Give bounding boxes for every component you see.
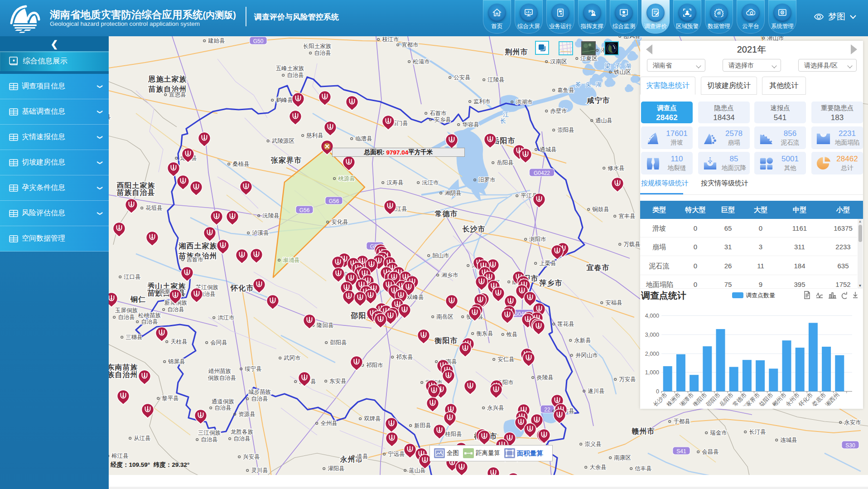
svg-text:G56: G56 (299, 207, 310, 213)
svg-text:G50: G50 (253, 38, 264, 44)
svg-text:武陵源区: 武陵源区 (271, 138, 295, 144)
svg-text:自治县: 自治县 (251, 396, 268, 402)
svg-text:安化县: 安化县 (331, 219, 348, 225)
svg-text:桑植县: 桑植县 (232, 161, 250, 167)
svg-text:建始县: 建始县 (207, 38, 225, 44)
svg-text:永安市: 永安市 (844, 419, 861, 426)
svg-text:三江侗族: 三江侗族 (198, 430, 221, 436)
svg-text:莲花县: 莲花县 (557, 321, 574, 327)
svg-text:永新县: 永新县 (574, 337, 591, 344)
svg-text:嘉鱼县: 嘉鱼县 (557, 87, 574, 93)
svg-text:4,000: 4,000 (645, 313, 659, 319)
svg-text:慈利县: 慈利县 (306, 132, 323, 139)
svg-text:武冈市: 武冈市 (283, 355, 301, 361)
svg-text:祁阳市: 祁阳市 (366, 362, 383, 368)
svg-text:绥宁县: 绥宁县 (245, 366, 262, 372)
svg-text:韶山市: 韶山市 (432, 252, 449, 259)
svg-text:炎陵县: 炎陵县 (536, 374, 554, 381)
svg-text:安仁县: 安仁县 (497, 356, 515, 363)
svg-text:沅江市: 沅江市 (422, 179, 439, 186)
svg-text:铜鼓县: 铜鼓县 (592, 206, 609, 213)
svg-text:兴安县: 兴安县 (243, 454, 260, 460)
svg-text:苗族自治县: 苗族自治县 (116, 189, 155, 196)
svg-text:公安县: 公安县 (453, 74, 471, 81)
svg-text:会昌县: 会昌县 (702, 449, 719, 455)
svg-text:汉寿县: 汉寿县 (386, 179, 404, 186)
svg-text:侗族自治州: 侗族自治州 (109, 371, 138, 378)
svg-text:常德市: 常德市 (435, 209, 458, 218)
svg-text:宜丰县: 宜丰县 (618, 213, 636, 219)
svg-text:信丰县: 信丰县 (634, 465, 652, 472)
svg-text:资源县: 资源县 (238, 411, 256, 417)
svg-text:自治县: 自治县 (201, 436, 218, 443)
svg-text:湘阴县: 湘阴县 (444, 190, 462, 196)
svg-text:连城县: 连城县 (780, 437, 797, 443)
svg-text:S30: S30 (845, 442, 855, 449)
svg-text:洪湖市: 洪湖市 (516, 99, 533, 105)
svg-text:于都县: 于都县 (673, 418, 690, 425)
svg-text:江: 江 (503, 111, 510, 118)
svg-text:湘西土家族: 湘西土家族 (178, 242, 217, 250)
svg-text:鹤峰县: 鹤峰县 (276, 97, 293, 103)
svg-text:锦屏县: 锦屏县 (168, 358, 185, 365)
svg-text:天柱县: 天柱县 (170, 339, 188, 345)
svg-text:三穗县: 三穗县 (125, 334, 143, 340)
svg-text:沅陵县: 沅陵县 (262, 213, 280, 219)
svg-text:松滋市: 松滋市 (413, 58, 430, 65)
svg-text:恩施土家族: 恩施土家族 (148, 75, 187, 83)
svg-text:长阳土家族: 长阳土家族 (303, 43, 332, 49)
svg-text:斧 头 湖: 斧 头 湖 (575, 81, 603, 88)
svg-text:咸宁市: 咸宁市 (587, 96, 610, 104)
svg-text:侗族自治县: 侗族自治县 (208, 375, 236, 381)
svg-text:灵川县: 灵川县 (251, 467, 268, 474)
svg-text:宜都市: 宜都市 (401, 42, 419, 48)
svg-text:梁 子 湖: 梁 子 湖 (604, 63, 632, 69)
svg-text:上栗县: 上栗县 (539, 260, 556, 266)
svg-text:榕江县: 榕江县 (111, 453, 129, 459)
svg-text:汉南区: 汉南区 (550, 58, 567, 65)
svg-text:黔东南苗族: 黔东南苗族 (109, 363, 138, 371)
svg-text:汨罗市: 汨罗市 (478, 177, 496, 183)
svg-text:铁山区: 铁山区 (613, 69, 631, 75)
svg-text:2,000: 2,000 (645, 351, 659, 357)
svg-text:遂川县: 遂川县 (588, 388, 605, 394)
svg-text:临澧县: 临澧县 (355, 136, 372, 142)
svg-text:宣恩县: 宣恩县 (169, 92, 186, 98)
svg-text:团风县: 团风县 (623, 36, 641, 39)
svg-text:自治县: 自治县 (141, 319, 158, 325)
svg-text:大余县: 大余县 (589, 464, 607, 470)
svg-text:黎平县: 黎平县 (162, 395, 179, 402)
svg-text:长汀县: 长汀县 (749, 429, 766, 435)
svg-text:双牌县: 双牌县 (364, 416, 381, 422)
svg-text:道县: 道县 (357, 453, 368, 460)
svg-text:靖州苗族: 靖州苗族 (208, 368, 231, 374)
svg-text:江夏区: 江夏区 (580, 55, 598, 62)
svg-text:修水县: 修水县 (608, 165, 625, 171)
svg-text:通山县: 通山县 (595, 117, 612, 124)
svg-text:石首市: 石首市 (429, 110, 447, 116)
svg-text:崇义县: 崇义县 (584, 441, 602, 447)
svg-text:通道侗族: 通道侗族 (212, 398, 235, 405)
svg-text:城步苗族: 城步苗族 (248, 389, 271, 395)
svg-text:张家界市: 张家界市 (270, 156, 302, 164)
svg-text:22: 22 (544, 407, 550, 413)
svg-text:吉首市: 吉首市 (186, 257, 203, 263)
svg-text:安乡县: 安乡县 (434, 116, 451, 123)
svg-text:花垣县: 花垣县 (145, 205, 163, 211)
svg-text:五峰土家族: 五峰土家族 (276, 65, 304, 72)
svg-text:宜春市: 宜春市 (587, 263, 610, 271)
svg-text:桂阳县: 桂阳县 (444, 431, 462, 437)
svg-text:会同县: 会同县 (210, 339, 227, 346)
svg-text:洪江市: 洪江市 (217, 315, 235, 321)
svg-text:龙胜各族: 龙胜各族 (231, 429, 254, 435)
svg-text:赣州市: 赣州市 (632, 427, 655, 435)
svg-text:S41: S41 (676, 448, 686, 455)
svg-text:新田县: 新田县 (414, 422, 431, 429)
svg-text:自治县: 自治县 (287, 72, 304, 78)
svg-text:自治县: 自治县 (314, 50, 331, 56)
svg-text:永兴县: 永兴县 (487, 405, 504, 411)
svg-text:赤壁市: 赤壁市 (550, 108, 567, 114)
svg-text:衡东县: 衡东县 (476, 330, 493, 337)
svg-text:铜仁: 铜仁 (130, 295, 146, 303)
svg-text:萍乡市: 萍乡市 (539, 279, 563, 287)
